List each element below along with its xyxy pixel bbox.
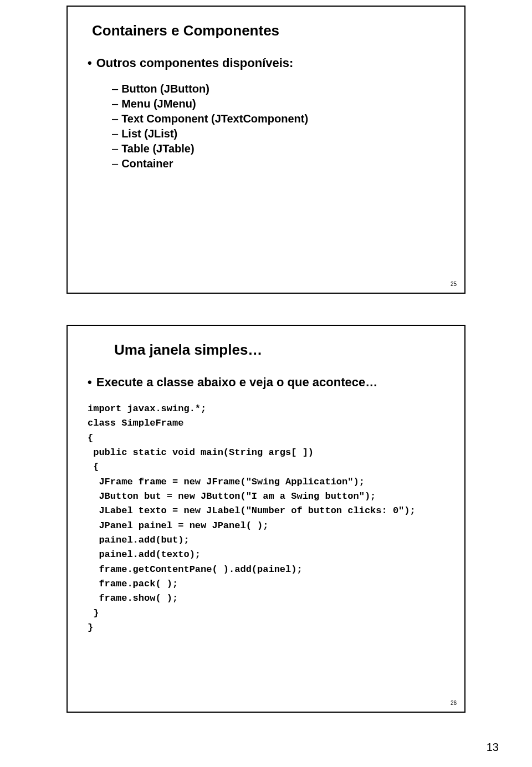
list-item-label: Table (JTable) [121,142,195,155]
list-item-label: Button (JButton) [121,83,209,95]
list-item-label: Menu (JMenu) [121,98,196,110]
dash-icon: – [112,127,118,140]
slide-number: 26 [451,700,457,706]
list-item: – Text Component (JTextComponent) [112,113,444,125]
dash-icon: – [112,157,118,170]
list-item: – List (JList) [112,127,444,140]
bullet-item: • Execute a classe abaixo e veja o que a… [88,375,444,390]
slide-content: Uma janela simples… • Execute a classe a… [68,326,464,712]
bullet-dot-icon: • [88,376,92,388]
list-item-label: Text Component (JTextComponent) [121,113,308,125]
page-number: 13 [487,741,499,754]
slide-number: 25 [451,281,457,287]
slide-content: Containers e Componentes • Outros compon… [68,7,464,293]
list-item-label: List (JList) [121,127,177,140]
list-item-label: Container [121,157,173,170]
slide-26: Uma janela simples… • Execute a classe a… [66,325,466,713]
list-item: – Table (JTable) [112,142,444,155]
slide-25: Containers e Componentes • Outros compon… [66,6,466,294]
list-item: – Menu (JMenu) [112,98,444,110]
sub-list: – Button (JButton) – Menu (JMenu) – Text… [112,83,444,170]
slide-title: Containers e Componentes [92,22,444,39]
bullet-text: Outros componentes disponíveis: [96,56,294,70]
dash-icon: – [112,83,118,95]
dash-icon: – [112,98,118,110]
bullet-text: Execute a classe abaixo e veja o que aco… [96,375,377,390]
dash-icon: – [112,142,118,155]
dash-icon: – [112,113,118,125]
list-item: – Button (JButton) [112,83,444,95]
bullet-dot-icon: • [88,57,92,69]
bullet-item: • Outros componentes disponíveis: [88,56,444,70]
slide-title: Uma janela simples… [114,341,444,359]
code-block: import javax.swing.*; class SimpleFrame … [88,402,444,636]
list-item: – Container [112,157,444,170]
